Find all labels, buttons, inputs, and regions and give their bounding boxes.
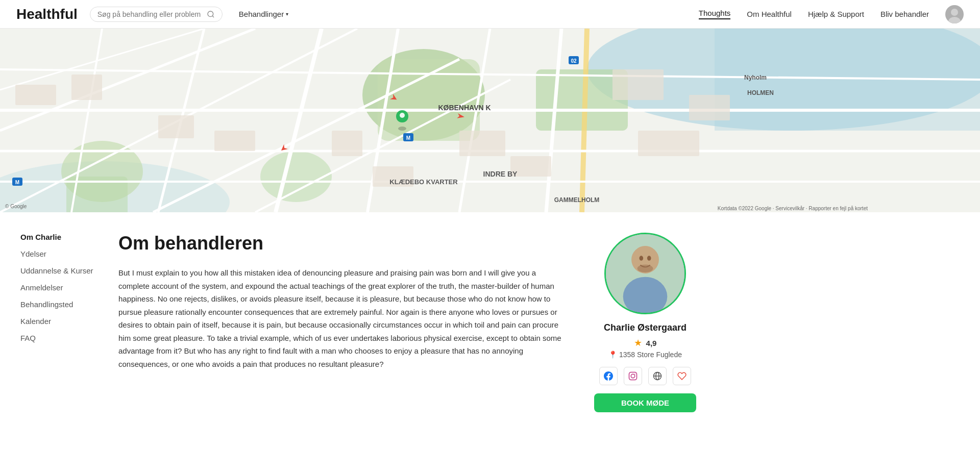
- chevron-down-icon: ▾: [286, 11, 288, 17]
- svg-text:02: 02: [571, 58, 577, 64]
- svg-point-51: [398, 127, 406, 131]
- rating-row: ★ 4,9: [634, 337, 657, 348]
- content-area: Om Charlie Ydelser Uddannelse & Kurser A…: [0, 212, 980, 433]
- behandlinger-label: Behandlinger: [239, 10, 284, 18]
- social-icons: [599, 367, 691, 385]
- svg-rect-70: [629, 372, 637, 380]
- svg-rect-34: [214, 131, 255, 151]
- svg-point-52: [400, 113, 405, 118]
- svg-rect-32: [71, 74, 102, 100]
- rating-value: 4,9: [646, 339, 657, 347]
- svg-text:M: M: [15, 180, 19, 185]
- sidebar-item-kalender[interactable]: Kalender: [20, 317, 102, 326]
- svg-point-69: [638, 265, 653, 272]
- sidebar-item-faq[interactable]: FAQ: [20, 334, 102, 342]
- heart-icon[interactable]: [673, 367, 691, 385]
- svg-rect-33: [158, 115, 194, 138]
- nav-om-healthful[interactable]: Om Healthful: [747, 10, 792, 18]
- svg-point-71: [631, 374, 635, 378]
- map-svg: KLÆDEBO KVARTER INDRE BY GAMMELHOLM Nyho…: [0, 29, 980, 212]
- svg-text:HOLMEN: HOLMEN: [747, 89, 774, 96]
- svg-text:KLÆDEBO KVARTER: KLÆDEBO KVARTER: [389, 178, 458, 186]
- svg-text:M: M: [406, 135, 410, 141]
- nav-behandlinger[interactable]: Behandlinger ▾: [239, 10, 288, 18]
- book-button[interactable]: BOOK MØDE: [594, 393, 696, 412]
- sidebar-item-anmeldelser[interactable]: Anmeldelser: [20, 283, 102, 292]
- svg-point-0: [208, 11, 213, 17]
- header: Healthful Behandlinger ▾ Thoughts Om Hea…: [0, 0, 980, 29]
- globe-icon[interactable]: [648, 367, 667, 385]
- svg-rect-31: [15, 85, 56, 105]
- svg-text:KØBENHAVN K: KØBENHAVN K: [438, 104, 491, 112]
- nav-thoughts[interactable]: Thoughts: [699, 9, 731, 19]
- sidebar-item-ydelser[interactable]: Ydelser: [20, 250, 102, 258]
- svg-point-68: [647, 256, 651, 261]
- logo: Healthful: [16, 6, 78, 22]
- location-pin-icon: 📍: [608, 351, 617, 359]
- star-icon: ★: [634, 337, 642, 348]
- section-title: Om behandleren: [118, 233, 561, 254]
- svg-rect-39: [612, 69, 664, 100]
- svg-point-3: [951, 9, 958, 16]
- search-icon: [207, 10, 215, 18]
- svg-rect-35: [332, 131, 362, 156]
- sidebar-item-behandlingsted[interactable]: Behandlingsted: [20, 300, 102, 309]
- section-body: But I must explain to you how all this m…: [118, 266, 561, 370]
- svg-rect-40: [638, 131, 699, 156]
- svg-text:Nyholm: Nyholm: [744, 74, 767, 81]
- nav-help-support[interactable]: Hjælp & Support: [808, 10, 864, 18]
- map-area: KLÆDEBO KVARTER INDRE BY GAMMELHOLM Nyho…: [0, 29, 980, 212]
- svg-text:© Google: © Google: [5, 204, 27, 209]
- svg-rect-41: [689, 95, 730, 120]
- location-row: 📍 1358 Store Fuglede: [608, 351, 682, 359]
- sidebar-item-uddannelse[interactable]: Uddannelse & Kurser: [20, 266, 102, 275]
- instagram-icon[interactable]: [624, 367, 642, 385]
- svg-text:GAMMELHOLM: GAMMELHOLM: [554, 196, 600, 204]
- svg-line-1: [212, 16, 214, 17]
- sidebar-item-om-charlie[interactable]: Om Charlie: [20, 233, 102, 241]
- svg-point-14: [260, 151, 332, 202]
- nav-right: Thoughts Om Healthful Hjælp & Support Bl…: [699, 5, 964, 23]
- user-avatar[interactable]: [945, 5, 964, 23]
- location-text: 1358 Store Fuglede: [619, 351, 682, 359]
- svg-text:INDRE BY: INDRE BY: [483, 170, 518, 178]
- svg-point-72: [634, 373, 635, 375]
- svg-point-67: [639, 256, 643, 261]
- therapist-avatar: [604, 233, 686, 314]
- facebook-icon[interactable]: [599, 367, 618, 385]
- svg-rect-37: [459, 131, 505, 156]
- search-bar[interactable]: [90, 7, 223, 22]
- nav-bliv-behandler[interactable]: Bliv behandler: [880, 10, 929, 18]
- right-panel: Charlie Østergaard ★ 4,9 📍 1358 Store Fu…: [594, 233, 696, 412]
- svg-text:Kortdata ©2022 Google · Servic: Kortdata ©2022 Google · Servicevilkår · …: [718, 206, 868, 211]
- main-content: Om behandleren But I must explain to you…: [118, 233, 578, 412]
- svg-rect-10: [378, 59, 480, 141]
- search-input[interactable]: [97, 10, 205, 18]
- therapist-name: Charlie Østergaard: [604, 322, 687, 333]
- sidebar: Om Charlie Ydelser Uddannelse & Kurser A…: [20, 233, 102, 412]
